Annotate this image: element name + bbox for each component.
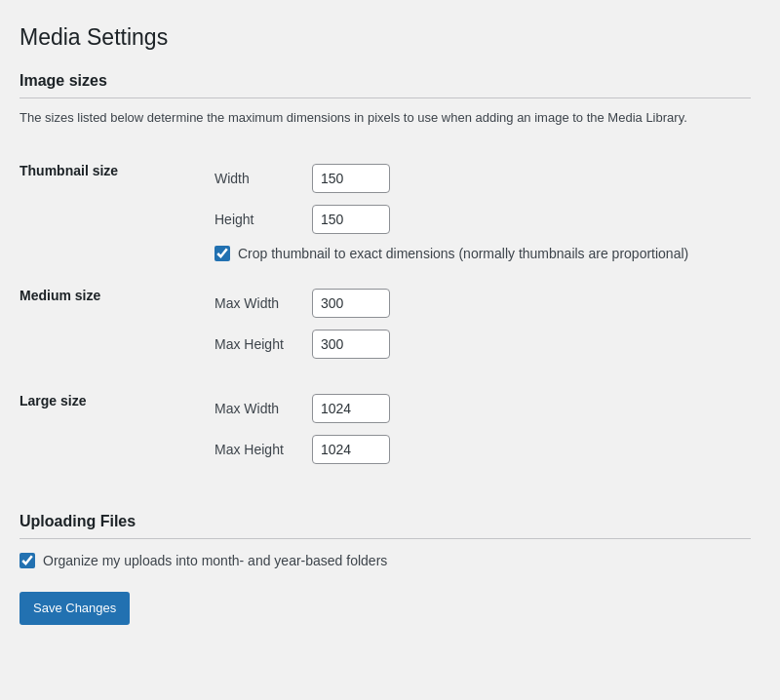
image-sizes-description: The sizes listed below determine the max…	[20, 108, 751, 129]
thumbnail-crop-checkbox[interactable]	[214, 246, 230, 261]
medium-size-row: Medium size Max Width Max Height	[20, 273, 751, 378]
large-size-row: Large size Max Width Max Height	[20, 378, 751, 484]
organize-uploads-row: Organize my uploads into month- and year…	[20, 553, 751, 568]
medium-max-width-label: Max Width	[214, 295, 302, 311]
large-max-width-label: Max Width	[214, 401, 302, 416]
large-height-row: Max Height	[214, 435, 751, 464]
thumbnail-width-label: Width	[214, 171, 302, 186]
thumbnail-width-input[interactable]	[312, 164, 390, 193]
thumbnail-width-row: Width	[214, 164, 751, 193]
medium-fields-group: Max Width Max Height	[214, 281, 751, 359]
large-size-fields: Max Width Max Height	[214, 378, 751, 484]
large-width-row: Max Width	[214, 394, 751, 423]
medium-width-row: Max Width	[214, 289, 751, 318]
thumbnail-size-fields: Width Height Crop thumbnail to exact dim…	[214, 148, 751, 273]
page-title: Media Settings	[20, 23, 751, 53]
uploading-files-section-title: Uploading Files	[20, 513, 751, 539]
medium-size-fields: Max Width Max Height	[214, 273, 751, 378]
large-width-input[interactable]	[312, 394, 390, 423]
thumbnail-crop-label: Crop thumbnail to exact dimensions (norm…	[238, 246, 688, 261]
thumbnail-size-label: Thumbnail size	[20, 148, 214, 273]
uploading-files-section: Uploading Files Organize my uploads into…	[20, 513, 751, 568]
large-size-label: Large size	[20, 378, 214, 484]
medium-height-row: Max Height	[214, 330, 751, 359]
save-changes-button[interactable]: Save Changes	[20, 592, 130, 625]
thumbnail-fields-group: Width Height Crop thumbnail to exact dim…	[214, 156, 751, 261]
thumbnail-height-input[interactable]	[312, 205, 390, 234]
medium-size-label: Medium size	[20, 273, 214, 378]
medium-width-input[interactable]	[312, 289, 390, 318]
large-fields-group: Max Width Max Height	[214, 386, 751, 464]
thumbnail-height-row: Height	[214, 205, 751, 234]
organize-uploads-checkbox[interactable]	[20, 553, 35, 568]
medium-max-height-label: Max Height	[214, 336, 302, 352]
thumbnail-height-label: Height	[214, 212, 302, 227]
thumbnail-size-row: Thumbnail size Width Height	[20, 148, 751, 273]
thumbnail-crop-row: Crop thumbnail to exact dimensions (norm…	[214, 246, 751, 261]
medium-height-input[interactable]	[312, 330, 390, 359]
page-container: Media Settings Image sizes The sizes lis…	[0, 0, 780, 664]
organize-uploads-label: Organize my uploads into month- and year…	[43, 553, 387, 568]
image-sizes-table: Thumbnail size Width Height	[20, 148, 751, 484]
large-height-input[interactable]	[312, 435, 390, 464]
large-max-height-label: Max Height	[214, 442, 302, 457]
image-sizes-section-title: Image sizes	[20, 72, 751, 98]
